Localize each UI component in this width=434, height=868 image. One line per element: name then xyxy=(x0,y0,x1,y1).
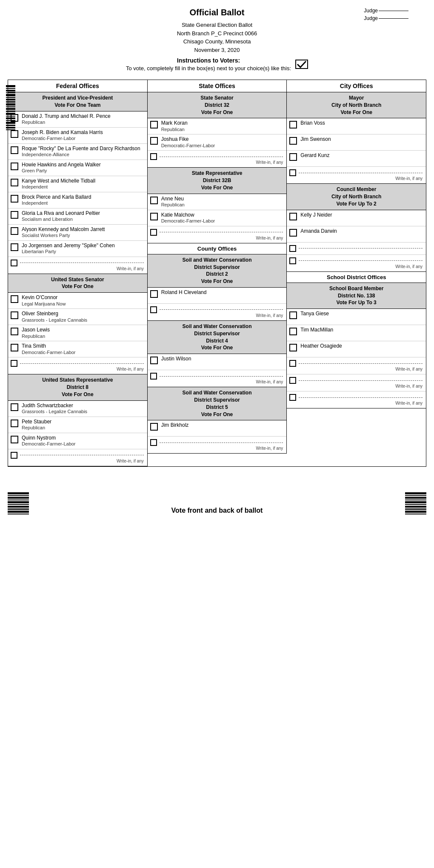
barcode-left xyxy=(6,85,15,130)
checkbox-biden[interactable] xyxy=(11,130,18,138)
write-in-school1: Write-in, if any xyxy=(287,357,426,374)
table-row: Gerard Kunz xyxy=(287,151,426,167)
candidate-name: Brock Pierce and Karla Ballard xyxy=(22,194,144,201)
candidate-name: Joshua Fike xyxy=(161,136,283,143)
candidate-name: Heather Osagiede xyxy=(300,343,423,350)
table-row: Tanya Giese xyxy=(287,309,426,325)
candidate-name: Quinn Nystrom xyxy=(22,435,144,442)
candidate-name: Gloria La Riva and Leonard Peltier xyxy=(22,210,144,217)
checkbox-pierce[interactable] xyxy=(11,195,18,203)
checkbox-birkholz[interactable] xyxy=(150,423,158,431)
council-race-header: Council MemberCity of North BranchVote F… xyxy=(287,184,426,210)
write-in-label-soil5: Write-in, if any xyxy=(148,446,287,451)
state-senator-race-header: State SenatorDistrict 32Vote For One xyxy=(148,92,287,118)
checkbox-nystrom[interactable] xyxy=(11,436,18,443)
candidate-party: Democratic-Farmer-Labor xyxy=(22,441,144,446)
candidate-name: Jim Birkholz xyxy=(161,422,283,429)
federal-column: President and Vice-PresidentVote For One… xyxy=(8,92,148,466)
checkbox-schwartzbacker[interactable] xyxy=(11,403,18,411)
soil-district2-header: Soil and Water ConservationDistrict Supe… xyxy=(148,254,287,288)
checkbox-smith[interactable] xyxy=(11,344,18,351)
checkbox-neu[interactable] xyxy=(150,197,158,204)
candidate-name: Roque "Rocky" De La Fuente and Darcy Ric… xyxy=(22,146,144,152)
checkbox-jorgensen[interactable] xyxy=(11,243,18,251)
checkbox-fike[interactable] xyxy=(150,137,158,145)
write-in-label-school1: Write-in, if any xyxy=(287,367,426,371)
checkbox-wilson[interactable] xyxy=(150,357,158,364)
table-row: Anne Neu Republican xyxy=(148,194,287,210)
soil-district4-header: Soil and Water ConservationDistrict Supe… xyxy=(148,321,287,354)
school-district-header: School District Offices xyxy=(287,272,426,283)
write-in-checkbox-school3[interactable] xyxy=(289,394,296,401)
write-in-label-soil4: Write-in, if any xyxy=(148,380,287,384)
candidate-party: Republican xyxy=(22,120,144,125)
judge-line-2 xyxy=(379,18,408,19)
candidate-name: Donald J. Trump and Michael R. Pence xyxy=(22,113,144,120)
table-row: Joshua Fike Democratic-Farmer-Labor xyxy=(148,134,287,151)
candidate-party: Republican xyxy=(161,127,283,132)
write-in-label-school3: Write-in, if any xyxy=(287,401,426,405)
checkbox-cleveland[interactable] xyxy=(150,290,158,298)
checkbox-kennedy[interactable] xyxy=(11,227,18,235)
federal-col-header: Federal Offices xyxy=(8,80,148,92)
table-row: Gloria La Riva and Leonard Peltier Socia… xyxy=(8,208,147,225)
footer-label: Vote front and back of ballot xyxy=(171,507,263,514)
table-row: Howie Hawkins and Angela Walker Green Pa… xyxy=(8,160,147,176)
checkbox-kunz[interactable] xyxy=(289,153,297,161)
judge-line-1 xyxy=(379,11,408,11)
checkbox-voss[interactable] xyxy=(289,121,297,128)
candidate-name: Howie Hawkins and Angela Walker xyxy=(22,162,144,168)
write-in-label-rep: Write-in, if any xyxy=(8,459,147,463)
write-in-checkbox-state-senator[interactable] xyxy=(150,153,157,160)
ballot-body: President and Vice-PresidentVote For One… xyxy=(8,92,426,466)
candidate-name: Pete Stauber xyxy=(22,419,144,425)
candidate-party: Democratic-Farmer-Labor xyxy=(22,350,144,355)
checkbox-lariva[interactable] xyxy=(11,211,18,219)
write-in-checkbox-council1[interactable] xyxy=(289,245,296,252)
write-in-checkbox-soil2[interactable] xyxy=(150,306,157,313)
write-in-checkbox-state-rep[interactable] xyxy=(150,229,157,236)
footer-barcode-left xyxy=(8,492,29,514)
table-row: Heather Osagiede xyxy=(287,341,426,357)
write-in-checkbox-soil5[interactable] xyxy=(150,439,157,446)
checkbox-steinberg[interactable] xyxy=(11,311,18,319)
checkbox-west[interactable] xyxy=(11,179,18,186)
candidate-party: Grassroots - Legalize Cannabis xyxy=(22,317,144,323)
checkbox-malchow[interactable] xyxy=(150,213,158,220)
write-in-checkbox-senator[interactable] xyxy=(11,360,17,367)
checkbox-oconnor[interactable] xyxy=(11,295,18,303)
election-line1: State General Election Ballot xyxy=(17,21,417,29)
checkbox-darwin[interactable] xyxy=(289,229,297,237)
write-in-checkbox-school2[interactable] xyxy=(289,377,296,384)
checkbox-stauber[interactable] xyxy=(11,420,18,427)
write-in-checkbox-school1[interactable] xyxy=(289,360,296,367)
write-in-checkbox-council2[interactable] xyxy=(289,257,296,264)
write-in-checkbox-rep[interactable] xyxy=(11,452,17,459)
table-row: Donald J. Trump and Michael R. Pence Rep… xyxy=(8,111,147,128)
state-rep-race-header: State RepresentativeDistrict 32BVote For… xyxy=(148,168,287,194)
checkbox-hawkins[interactable] xyxy=(11,163,18,170)
candidate-name: Anne Neu xyxy=(161,196,283,203)
candidate-party: Democratic-Farmer-Labor xyxy=(22,136,144,141)
candidate-name: Gerard Kunz xyxy=(300,152,423,159)
candidate-party: Grassroots - Legalize Cannabis xyxy=(22,409,144,414)
checkbox-osagiede[interactable] xyxy=(289,344,297,351)
write-in-label-council2: Write-in, if any xyxy=(287,264,426,269)
checkbox-macmillan[interactable] xyxy=(289,328,297,335)
checkbox-lewis[interactable] xyxy=(11,328,18,335)
checkbox-swenson[interactable] xyxy=(289,137,297,145)
checkbox-delafuente[interactable] xyxy=(11,146,18,154)
checkbox-giese[interactable] xyxy=(289,311,297,319)
write-in-checkbox-president[interactable] xyxy=(11,260,17,266)
write-in-checkbox-mayor[interactable] xyxy=(289,169,296,176)
column-headers: Federal Offices State Offices City Offic… xyxy=(8,80,426,92)
table-row: Brock Pierce and Karla Ballard Independe… xyxy=(8,192,147,208)
candidate-name: Joseph R. Biden and Kamala Harris xyxy=(22,129,144,136)
write-in-checkbox-soil4[interactable] xyxy=(150,373,157,380)
checkbox-koran[interactable] xyxy=(150,121,158,128)
write-in-school2: Write-in, if any xyxy=(287,374,426,391)
election-line2: North Branch P_C Precinct 0066 xyxy=(17,29,417,38)
candidate-name: Roland H Cleveland xyxy=(161,289,283,296)
checkbox-neider[interactable] xyxy=(289,213,297,220)
us-senator-race-header: United States SenatorVote For One xyxy=(8,274,147,293)
